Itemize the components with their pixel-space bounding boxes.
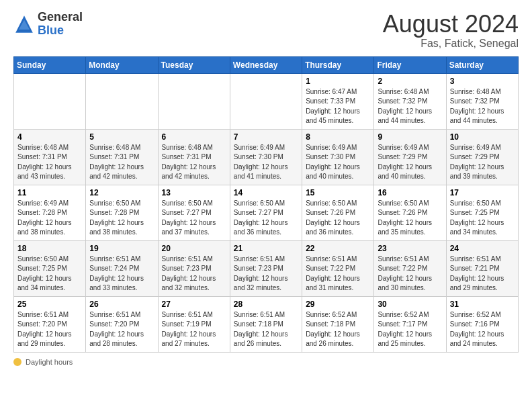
day-info: Sunrise: 6:48 AM Sunset: 7:31 PM Dayligh… bbox=[89, 143, 154, 182]
calendar-table: SundayMondayTuesdayWednesdayThursdayFrid… bbox=[13, 56, 519, 353]
day-info: Sunrise: 6:49 AM Sunset: 7:30 PM Dayligh… bbox=[234, 143, 298, 182]
day-number: 1 bbox=[306, 77, 370, 86]
footer-text: Daylight hours bbox=[26, 358, 73, 366]
day-number: 3 bbox=[450, 77, 515, 86]
day-info: Sunrise: 6:50 AM Sunset: 7:27 PM Dayligh… bbox=[162, 199, 226, 238]
day-info: Sunrise: 6:48 AM Sunset: 7:32 PM Dayligh… bbox=[378, 87, 442, 126]
day-number: 13 bbox=[162, 188, 226, 197]
day-info: Sunrise: 6:48 AM Sunset: 7:32 PM Dayligh… bbox=[450, 87, 515, 126]
day-number: 23 bbox=[378, 244, 442, 253]
calendar-cell: 31Sunrise: 6:52 AM Sunset: 7:16 PM Dayli… bbox=[446, 296, 518, 352]
calendar-cell: 23Sunrise: 6:51 AM Sunset: 7:22 PM Dayli… bbox=[374, 240, 446, 296]
logo-icon bbox=[13, 13, 35, 35]
day-info: Sunrise: 6:51 AM Sunset: 7:22 PM Dayligh… bbox=[378, 255, 442, 293]
calendar-cell: 4Sunrise: 6:48 AM Sunset: 7:31 PM Daylig… bbox=[14, 129, 86, 185]
day-info: Sunrise: 6:48 AM Sunset: 7:31 PM Dayligh… bbox=[17, 143, 82, 182]
header-day-sunday: Sunday bbox=[14, 56, 86, 73]
calendar-cell: 19Sunrise: 6:51 AM Sunset: 7:24 PM Dayli… bbox=[86, 240, 158, 296]
day-info: Sunrise: 6:49 AM Sunset: 7:30 PM Dayligh… bbox=[306, 143, 370, 182]
day-info: Sunrise: 6:52 AM Sunset: 7:16 PM Dayligh… bbox=[450, 310, 515, 349]
day-info: Sunrise: 6:49 AM Sunset: 7:29 PM Dayligh… bbox=[378, 143, 442, 182]
day-info: Sunrise: 6:51 AM Sunset: 7:18 PM Dayligh… bbox=[234, 310, 298, 349]
svg-marker-2 bbox=[17, 17, 32, 32]
day-info: Sunrise: 6:50 AM Sunset: 7:28 PM Dayligh… bbox=[89, 199, 154, 238]
day-number: 11 bbox=[17, 188, 82, 197]
calendar-cell: 5Sunrise: 6:48 AM Sunset: 7:31 PM Daylig… bbox=[86, 129, 158, 185]
calendar-cell: 28Sunrise: 6:51 AM Sunset: 7:18 PM Dayli… bbox=[230, 296, 302, 352]
day-info: Sunrise: 6:48 AM Sunset: 7:31 PM Dayligh… bbox=[162, 143, 226, 182]
day-info: Sunrise: 6:50 AM Sunset: 7:26 PM Dayligh… bbox=[378, 199, 442, 238]
calendar-cell: 6Sunrise: 6:48 AM Sunset: 7:31 PM Daylig… bbox=[158, 129, 230, 185]
day-info: Sunrise: 6:51 AM Sunset: 7:19 PM Dayligh… bbox=[162, 310, 226, 349]
logo: General Blue bbox=[13, 11, 83, 38]
calendar-cell bbox=[14, 73, 86, 129]
day-number: 12 bbox=[89, 188, 154, 197]
day-number: 26 bbox=[89, 300, 154, 309]
calendar-cell: 17Sunrise: 6:50 AM Sunset: 7:25 PM Dayli… bbox=[446, 185, 518, 240]
day-number: 17 bbox=[450, 188, 515, 197]
calendar-cell: 15Sunrise: 6:50 AM Sunset: 7:26 PM Dayli… bbox=[302, 185, 374, 240]
day-info: Sunrise: 6:51 AM Sunset: 7:24 PM Dayligh… bbox=[89, 255, 154, 293]
calendar-cell bbox=[230, 73, 302, 129]
header-day-thursday: Thursday bbox=[302, 56, 374, 73]
calendar-cell: 8Sunrise: 6:49 AM Sunset: 7:30 PM Daylig… bbox=[302, 129, 374, 185]
calendar-cell bbox=[158, 73, 230, 129]
calendar-cell: 11Sunrise: 6:49 AM Sunset: 7:28 PM Dayli… bbox=[14, 185, 86, 240]
day-info: Sunrise: 6:49 AM Sunset: 7:29 PM Dayligh… bbox=[450, 143, 515, 182]
day-number: 18 bbox=[17, 244, 82, 253]
calendar-header: SundayMondayTuesdayWednesdayThursdayFrid… bbox=[14, 56, 519, 73]
week-row-5: 25Sunrise: 6:51 AM Sunset: 7:20 PM Dayli… bbox=[14, 296, 519, 352]
day-info: Sunrise: 6:47 AM Sunset: 7:33 PM Dayligh… bbox=[306, 87, 370, 126]
calendar-cell: 13Sunrise: 6:50 AM Sunset: 7:27 PM Dayli… bbox=[158, 185, 230, 240]
day-number: 15 bbox=[306, 188, 370, 197]
day-info: Sunrise: 6:52 AM Sunset: 7:17 PM Dayligh… bbox=[378, 310, 442, 349]
day-number: 24 bbox=[450, 244, 515, 253]
day-number: 22 bbox=[306, 244, 370, 253]
calendar-title: August 2024 bbox=[383, 11, 519, 38]
day-info: Sunrise: 6:49 AM Sunset: 7:28 PM Dayligh… bbox=[17, 199, 82, 238]
day-info: Sunrise: 6:51 AM Sunset: 7:22 PM Dayligh… bbox=[306, 255, 370, 293]
day-number: 30 bbox=[378, 300, 442, 309]
calendar-cell: 10Sunrise: 6:49 AM Sunset: 7:29 PM Dayli… bbox=[446, 129, 518, 185]
calendar-cell: 16Sunrise: 6:50 AM Sunset: 7:26 PM Dayli… bbox=[374, 185, 446, 240]
header: General Blue August 2024 Fas, Fatick, Se… bbox=[13, 11, 519, 50]
calendar-cell: 18Sunrise: 6:50 AM Sunset: 7:25 PM Dayli… bbox=[14, 240, 86, 296]
calendar-cell: 12Sunrise: 6:50 AM Sunset: 7:28 PM Dayli… bbox=[86, 185, 158, 240]
day-number: 14 bbox=[234, 188, 298, 197]
header-row: SundayMondayTuesdayWednesdayThursdayFrid… bbox=[14, 56, 519, 73]
day-info: Sunrise: 6:51 AM Sunset: 7:21 PM Dayligh… bbox=[450, 255, 515, 293]
day-number: 10 bbox=[450, 132, 515, 142]
logo-blue: Blue bbox=[38, 24, 83, 38]
day-number: 29 bbox=[306, 300, 370, 309]
day-info: Sunrise: 6:50 AM Sunset: 7:25 PM Dayligh… bbox=[450, 199, 515, 238]
day-number: 19 bbox=[89, 244, 154, 253]
day-number: 8 bbox=[306, 132, 370, 142]
title-block: August 2024 Fas, Fatick, Senegal bbox=[383, 11, 519, 50]
calendar-cell: 26Sunrise: 6:51 AM Sunset: 7:20 PM Dayli… bbox=[86, 296, 158, 352]
daylight-icon bbox=[13, 358, 21, 366]
day-number: 25 bbox=[17, 300, 82, 309]
day-info: Sunrise: 6:50 AM Sunset: 7:27 PM Dayligh… bbox=[234, 199, 298, 238]
header-day-tuesday: Tuesday bbox=[158, 56, 230, 73]
calendar-cell: 20Sunrise: 6:51 AM Sunset: 7:23 PM Dayli… bbox=[158, 240, 230, 296]
day-info: Sunrise: 6:51 AM Sunset: 7:20 PM Dayligh… bbox=[17, 310, 82, 349]
day-number: 21 bbox=[234, 244, 298, 253]
day-number: 2 bbox=[378, 77, 442, 86]
header-day-wednesday: Wednesday bbox=[230, 56, 302, 73]
day-number: 5 bbox=[89, 132, 154, 142]
header-day-friday: Friday bbox=[374, 56, 446, 73]
calendar-cell: 22Sunrise: 6:51 AM Sunset: 7:22 PM Dayli… bbox=[302, 240, 374, 296]
logo-general: General bbox=[38, 11, 83, 24]
day-number: 9 bbox=[378, 132, 442, 142]
day-number: 27 bbox=[162, 300, 226, 309]
week-row-4: 18Sunrise: 6:50 AM Sunset: 7:25 PM Dayli… bbox=[14, 240, 519, 296]
header-day-monday: Monday bbox=[86, 56, 158, 73]
logo-text: General Blue bbox=[38, 11, 83, 38]
day-number: 20 bbox=[162, 244, 226, 253]
calendar-cell: 30Sunrise: 6:52 AM Sunset: 7:17 PM Dayli… bbox=[374, 296, 446, 352]
day-number: 7 bbox=[234, 132, 298, 142]
calendar-cell: 27Sunrise: 6:51 AM Sunset: 7:19 PM Dayli… bbox=[158, 296, 230, 352]
day-info: Sunrise: 6:50 AM Sunset: 7:25 PM Dayligh… bbox=[17, 255, 82, 293]
day-info: Sunrise: 6:52 AM Sunset: 7:18 PM Dayligh… bbox=[306, 310, 370, 349]
calendar-body: 1Sunrise: 6:47 AM Sunset: 7:33 PM Daylig… bbox=[14, 73, 519, 352]
